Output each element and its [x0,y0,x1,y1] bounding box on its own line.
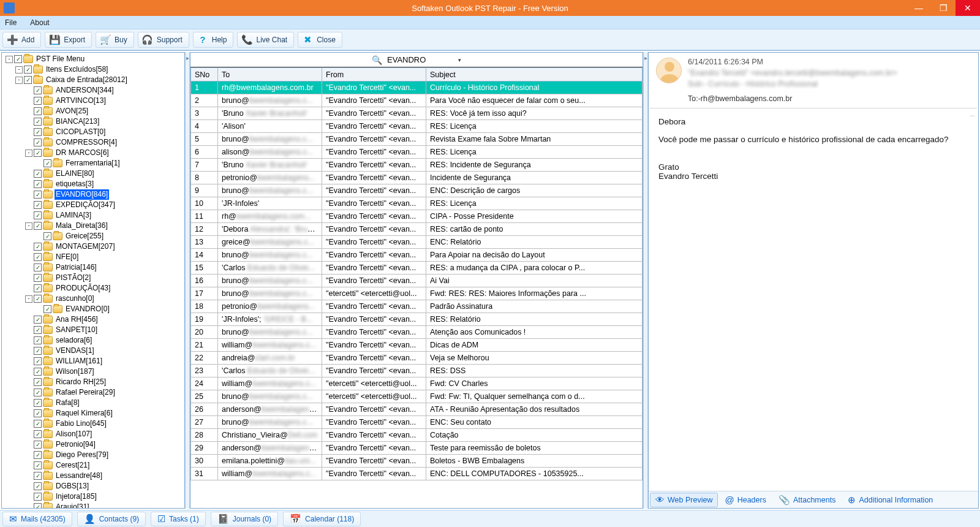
tree-node[interactable]: BIANCA[213] [3,116,184,127]
checkbox[interactable] [34,316,42,324]
tree-node[interactable]: Patricia[146] [3,262,184,273]
tree-label[interactable]: Ferramentaria[1] [64,158,121,169]
tree-label[interactable]: Ana RH[456] [55,314,99,325]
tree-node[interactable]: SANPET[10] [3,325,184,335]
table-row[interactable]: 18petronio@bwembalagens..."Evandro Terce… [191,300,643,313]
tree-node[interactable]: ANDERSON[344] [3,85,184,96]
checkbox[interactable] [34,493,42,501]
table-row[interactable]: 31william@bwembalagens.c..."Evandro Terc… [191,468,643,480]
splitter-left[interactable]: ▸ [185,52,190,509]
tab-attachments[interactable]: 📎Attachments [773,493,841,507]
tree-label[interactable]: Mala_Direta[36] [55,221,109,231]
buy-button[interactable]: 🛒Buy [96,32,134,48]
tree-label[interactable]: Injetora[185] [55,491,98,502]
tree-node[interactable]: PRODUÇÃO[43] [3,283,184,294]
checkbox[interactable] [34,118,42,126]
menu-about[interactable]: About [30,18,49,27]
collapse-icon[interactable]: - [25,222,32,230]
tab-additional-info[interactable]: ⊕Additional Information [842,493,938,507]
tree-label[interactable]: PISTÃO[2] [55,273,92,283]
checkbox[interactable] [34,243,42,251]
collapse-icon[interactable]: - [15,77,23,84]
tree-node[interactable]: -DR MARCOS[6] [3,148,184,158]
checkbox[interactable] [14,55,22,63]
tree-node[interactable]: MONTAGEM[207] [3,241,184,252]
tree-node[interactable]: Rafa[8] [3,398,184,408]
tree-node[interactable]: COMPRESSOR[4] [3,137,184,148]
table-row[interactable]: 14bruno@bwembalagens.c..."Evandro Tercet… [191,249,643,262]
table-row[interactable]: 1rh@bwembalagens.com.br"Evandro Tercetti… [191,82,643,94]
checkbox[interactable] [34,430,42,438]
tree-node[interactable]: Ana RH[456] [3,314,184,325]
tree-label[interactable]: EVANDRO[0] [64,304,111,314]
table-row[interactable]: 12'Debora Alessandra'; 'Brun..."Evandro … [191,223,643,236]
tree-node[interactable]: Araujo[31] [3,502,184,509]
tree-node[interactable]: EVANDRO[0] [3,304,184,314]
scroll-up-icon[interactable]: ︿ [970,111,976,119]
table-row[interactable]: 27bruno@bwembalagens.c..."Evandro Tercet… [191,416,643,429]
tab-journals[interactable]: 📓Journals (0) [211,512,278,526]
table-row[interactable]: 11rh@bwembalagens.com..."Evandro Tercett… [191,210,643,223]
tree-node[interactable]: Ricardo RH[25] [3,377,184,387]
checkbox[interactable] [34,86,42,94]
checkbox[interactable] [34,253,42,261]
checkbox[interactable] [34,357,42,365]
livechat-button[interactable]: 📞Live Chat [237,32,294,48]
tree-node[interactable]: DGBS[13] [3,481,184,491]
table-row[interactable]: 17bruno@bwembalagens.c..."etercetti" <et… [191,287,643,300]
tree-label[interactable]: Raquel Kimera[6] [55,408,114,419]
checkbox[interactable] [43,305,51,313]
tab-tasks[interactable]: ☑Tasks (1) [151,512,206,526]
checkbox[interactable] [34,503,42,509]
col-from[interactable]: From [322,68,426,82]
checkbox[interactable] [34,274,42,282]
checkbox[interactable] [34,461,42,469]
tree-label[interactable]: etiquetas[3] [55,179,95,189]
tree-label[interactable]: LAMINA[3] [55,210,92,221]
checkbox[interactable] [34,107,42,115]
table-row[interactable]: 22andreia@clart.com.br"Evandro Tercetti"… [191,352,643,365]
tab-calendar[interactable]: 📅Calendar (118) [283,512,361,526]
checkbox[interactable] [34,451,42,459]
tree-node[interactable]: Raquel Kimera[6] [3,408,184,419]
message-grid[interactable]: SNo To From Subject 1rh@bwembalagens.com… [190,67,643,508]
tree-node[interactable]: -Mala_Direta[36] [3,221,184,231]
tree-label[interactable]: Patricia[146] [55,262,98,273]
checkbox[interactable] [34,191,42,199]
table-row[interactable]: 2bruno@bwembalagens.c..."Evandro Tercett… [191,94,643,107]
tree-label[interactable]: PRODUÇÃO[43] [55,283,111,294]
tree-node[interactable]: Wilson[187] [3,366,184,377]
collapse-icon[interactable]: - [6,56,13,63]
checkbox[interactable] [34,482,42,490]
table-row[interactable]: 4'Alison' "Evandro Tercetti" <evan...RES… [191,120,643,133]
collapse-icon[interactable]: - [25,295,32,303]
tree-node[interactable]: Fabio Lino[645] [3,419,184,429]
tree-node[interactable]: Injetora[185] [3,491,184,502]
checkbox[interactable] [34,326,42,334]
tab-web-preview[interactable]: 👁Web Preview [650,493,718,507]
checkbox[interactable] [43,232,51,240]
tree-node[interactable]: NFE[0] [3,252,184,262]
tree-label[interactable]: ANDERSON[344] [55,85,115,96]
checkbox[interactable] [24,66,32,74]
table-row[interactable]: 16bruno@bwembalagens.c..."Evandro Tercet… [191,275,643,287]
checkbox[interactable] [34,211,42,219]
table-row[interactable]: 15'Carlos Eduardo de Olivei..."Evandro T… [191,262,643,275]
tree-node[interactable]: EXPEDIÇÃO[347] [3,200,184,210]
collapse-icon[interactable]: - [25,150,32,157]
tree-node[interactable]: -Itens Excluídos[58] [3,64,184,75]
menu-file[interactable]: File [5,18,17,27]
tree-label[interactable]: Fabio Lino[645] [55,419,108,429]
collapse-icon[interactable]: - [15,66,23,74]
help-button[interactable]: ?Help [193,32,234,48]
chevron-down-icon[interactable]: ▾ [458,57,461,63]
tree-label[interactable]: Araujo[31] [55,502,91,509]
tree-label[interactable]: Caixa de Entrada[28012] [45,75,129,85]
tree-label[interactable]: WILLIAM[161] [55,356,104,366]
tree-node[interactable]: Rafael Pereira[29] [3,387,184,398]
checkbox[interactable] [34,420,42,428]
table-row[interactable]: 25bruno@bwembalagens.c..."etercetti" <et… [191,390,643,403]
table-row[interactable]: 21william@bwembalagens.c..."Evandro Terc… [191,339,643,352]
checkbox[interactable] [34,399,42,407]
window-close-button[interactable]: ✕ [956,0,980,16]
